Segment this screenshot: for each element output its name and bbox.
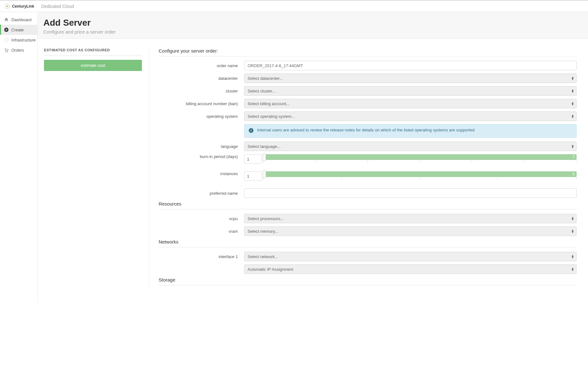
preferred-name-label: preferred name	[159, 191, 244, 196]
top-bar: CenturyLink Dedicated Cloud	[0, 0, 588, 12]
form-panel: Configure your server order: order name …	[159, 48, 577, 290]
section-resources-title: Resources	[159, 201, 577, 206]
section-storage-title: Storage	[159, 277, 577, 282]
page-subtitle: Configure and price a server order	[43, 29, 588, 35]
cube-outline-icon	[4, 37, 9, 42]
instances-label: instances	[159, 171, 244, 176]
cart-icon	[4, 48, 9, 53]
divider	[159, 56, 577, 56]
os-label: operating system	[159, 114, 244, 119]
info-icon: i	[248, 128, 254, 134]
sidebar-item-label: Create	[11, 28, 24, 32]
interface1-select[interactable]: Select network...	[244, 252, 577, 261]
order-name-label: order name	[159, 63, 244, 68]
app-name: Dedicated Cloud	[41, 4, 74, 9]
ban-select[interactable]: Select billing account...	[244, 99, 577, 108]
cost-panel: ESTIMATED COST AS CONFIGURED estimate co…	[41, 48, 149, 290]
estimate-cost-button[interactable]: estimate cost	[44, 60, 142, 71]
cluster-select[interactable]: Select cluster...	[244, 86, 577, 96]
sidebar-item-label: Dashboard	[11, 17, 32, 22]
datacenter-select[interactable]: Select datacenter...	[244, 73, 577, 83]
section-networks-title: Networks	[159, 239, 577, 244]
sidebar-item-create[interactable]: Create	[0, 25, 37, 35]
centurylink-logo-icon	[4, 3, 10, 9]
instances-input[interactable]	[244, 171, 262, 181]
slider-ticks	[263, 178, 577, 180]
brand-name: CenturyLink	[12, 4, 34, 9]
interface1-label: interface 1	[159, 254, 244, 259]
svg-point-4	[7, 51, 8, 52]
slider-handle[interactable]	[263, 170, 266, 178]
section-configure-title: Configure your server order:	[159, 48, 577, 54]
vcpu-label: vcpu	[159, 216, 244, 221]
plus-circle-icon	[4, 27, 9, 32]
divider	[159, 247, 577, 247]
brand: CenturyLink	[4, 3, 34, 9]
burn-in-slider[interactable]: 7	[263, 154, 577, 162]
vram-select[interactable]: Select memory...	[244, 226, 577, 236]
slider-ticks	[263, 161, 577, 162]
vcpu-select[interactable]: Select processors...	[244, 214, 577, 223]
sidebar-item-label: Infrastructure	[11, 38, 36, 42]
os-select[interactable]: Select operating system...	[244, 111, 577, 121]
slider-max-label: 7	[572, 154, 575, 160]
ban-label: billing account number (ban)	[159, 101, 244, 106]
language-label: language	[159, 144, 244, 149]
instances-slider[interactable]: 5	[263, 171, 577, 180]
datacenter-label: datacenter	[159, 76, 244, 81]
page-title: Add Server	[43, 18, 588, 28]
home-icon	[4, 17, 9, 22]
burn-in-label: burn-in period (days)	[159, 154, 244, 159]
burn-in-input[interactable]	[244, 154, 262, 164]
sidebar: Dashboard Create Infrastructure Orders	[0, 12, 38, 302]
cost-heading: ESTIMATED COST AS CONFIGURED	[44, 48, 142, 55]
page-header: Add Server Configure and price a server …	[38, 12, 588, 39]
language-select[interactable]: Select language...	[244, 142, 577, 151]
preferred-name-input[interactable]	[244, 188, 577, 198]
os-info-text: Internal users are advised to review the…	[257, 128, 475, 134]
cluster-label: cluster	[159, 89, 244, 93]
divider	[159, 285, 577, 285]
svg-point-3	[5, 51, 6, 52]
sidebar-item-orders[interactable]: Orders	[0, 45, 37, 55]
order-name-input[interactable]	[244, 61, 577, 70]
slider-max-label: 5	[572, 171, 575, 177]
os-info-callout: i Internal users are advised to review t…	[244, 124, 577, 138]
slider-handle[interactable]	[263, 153, 266, 161]
sidebar-item-label: Orders	[11, 48, 24, 53]
divider	[159, 209, 577, 209]
sidebar-item-infrastructure[interactable]: Infrastructure	[0, 35, 37, 45]
ip-assign-select[interactable]: Automatic IP Assignment	[244, 264, 577, 274]
vram-label: vram	[159, 229, 244, 234]
svg-point-1	[7, 5, 8, 7]
sidebar-item-dashboard[interactable]: Dashboard	[0, 15, 37, 25]
